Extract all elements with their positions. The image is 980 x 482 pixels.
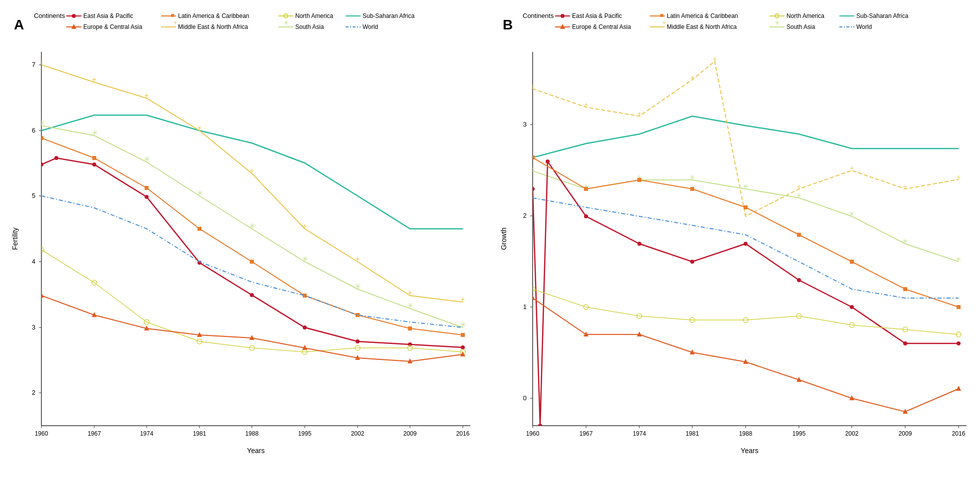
svg-text:+: + bbox=[903, 182, 907, 190]
svg-text:+: + bbox=[355, 255, 360, 263]
svg-rect-79 bbox=[197, 227, 201, 231]
svg-text:✳: ✳ bbox=[143, 155, 150, 163]
svg-text:1974: 1974 bbox=[140, 430, 153, 437]
svg-text:✳: ✳ bbox=[956, 255, 962, 263]
svg-text:+: + bbox=[530, 82, 534, 90]
chart-panel-b: B Continents East Asia & Pacific Latin A… bbox=[495, 7, 974, 476]
svg-rect-83 bbox=[408, 326, 412, 330]
chart-b-label: B bbox=[503, 17, 513, 32]
chart-b-y-label: Growth bbox=[500, 227, 508, 250]
svg-rect-77 bbox=[92, 156, 96, 160]
svg-text:2009: 2009 bbox=[898, 430, 912, 437]
svg-text:2016: 2016 bbox=[456, 430, 469, 437]
svg-text:+: + bbox=[712, 55, 716, 63]
svg-text:✳: ✳ bbox=[689, 173, 695, 181]
svg-text:2: 2 bbox=[523, 212, 526, 219]
svg-text:+: + bbox=[92, 75, 96, 84]
svg-text:✳: ✳ bbox=[248, 222, 255, 230]
chart-a-x-label: Years bbox=[247, 447, 264, 455]
svg-rect-193 bbox=[957, 305, 961, 309]
svg-text:Middle East & North Africa: Middle East & North Africa bbox=[667, 23, 737, 30]
svg-rect-186 bbox=[584, 187, 588, 191]
svg-text:✳: ✳ bbox=[301, 255, 308, 263]
svg-text:+: + bbox=[662, 19, 666, 26]
svg-text:✳: ✳ bbox=[902, 237, 908, 245]
svg-text:6: 6 bbox=[31, 127, 35, 134]
svg-text:1960: 1960 bbox=[34, 430, 48, 437]
svg-text:1981: 1981 bbox=[193, 430, 206, 437]
svg-text:✳: ✳ bbox=[38, 119, 44, 127]
svg-point-182 bbox=[850, 305, 854, 309]
svg-rect-191 bbox=[850, 260, 854, 264]
chart-a-label: A bbox=[14, 17, 24, 32]
svg-rect-188 bbox=[690, 187, 694, 191]
svg-text:1981: 1981 bbox=[685, 430, 699, 437]
svg-text:2: 2 bbox=[31, 389, 35, 396]
svg-rect-185 bbox=[531, 156, 535, 160]
svg-text:+: + bbox=[249, 166, 254, 175]
chart-panel-a: A Continents East Asia & Pacific Latin A… bbox=[6, 7, 485, 476]
svg-text:✳: ✳ bbox=[91, 129, 97, 137]
svg-point-71 bbox=[250, 293, 254, 297]
svg-text:Europe & Central Asia: Europe & Central Asia bbox=[572, 23, 631, 30]
svg-text:+: + bbox=[637, 110, 641, 118]
svg-point-75 bbox=[461, 345, 465, 349]
svg-text:1974: 1974 bbox=[632, 430, 646, 437]
svg-text:+: + bbox=[849, 164, 853, 172]
svg-rect-80 bbox=[250, 260, 254, 264]
svg-text:2002: 2002 bbox=[351, 430, 364, 437]
svg-point-178 bbox=[637, 242, 641, 246]
svg-text:+: + bbox=[174, 19, 177, 26]
svg-point-68 bbox=[92, 162, 96, 166]
svg-text:+: + bbox=[956, 173, 960, 181]
legend-a-title: Continents bbox=[34, 12, 65, 19]
svg-text:+: + bbox=[796, 182, 800, 190]
svg-text:1995: 1995 bbox=[792, 430, 805, 437]
svg-text:+: + bbox=[407, 289, 412, 297]
svg-text:+: + bbox=[197, 124, 201, 132]
svg-point-181 bbox=[797, 278, 801, 282]
svg-point-73 bbox=[356, 339, 360, 343]
svg-text:✳: ✳ bbox=[849, 210, 855, 218]
svg-text:0: 0 bbox=[523, 394, 526, 402]
svg-text:+: + bbox=[460, 295, 465, 304]
svg-rect-108 bbox=[660, 14, 663, 17]
svg-text:+: + bbox=[144, 91, 149, 100]
svg-text:✳: ✳ bbox=[796, 191, 802, 199]
svg-point-72 bbox=[303, 325, 307, 329]
chart-a-y-label: Fertility bbox=[11, 227, 19, 250]
legend-b-title: Continents bbox=[523, 12, 554, 19]
svg-point-174 bbox=[531, 187, 535, 191]
svg-rect-187 bbox=[637, 178, 641, 182]
svg-rect-189 bbox=[744, 205, 748, 209]
svg-text:+: + bbox=[302, 222, 307, 230]
svg-point-175 bbox=[538, 424, 542, 428]
svg-text:Sub-Saharan Africa: Sub-Saharan Africa bbox=[856, 12, 908, 19]
svg-point-69 bbox=[145, 195, 149, 199]
legend-a-mena: Middle East & North Africa bbox=[178, 23, 248, 30]
svg-text:2002: 2002 bbox=[845, 430, 858, 437]
svg-text:South Asia: South Asia bbox=[786, 23, 815, 30]
svg-text:✳: ✳ bbox=[743, 182, 749, 190]
svg-text:1988: 1988 bbox=[739, 430, 752, 437]
svg-rect-84 bbox=[461, 333, 465, 337]
svg-rect-15 bbox=[41, 52, 470, 426]
legend-a-subsaharan: Sub-Saharan Africa bbox=[363, 12, 414, 19]
svg-point-179 bbox=[690, 260, 694, 264]
svg-point-2 bbox=[72, 14, 76, 18]
svg-text:4: 4 bbox=[31, 258, 35, 265]
chart-b-svg: B Continents East Asia & Pacific Latin A… bbox=[495, 7, 980, 476]
chart-b-x-label: Years bbox=[741, 447, 758, 455]
svg-text:+: + bbox=[690, 73, 694, 81]
svg-text:1960: 1960 bbox=[526, 430, 539, 437]
svg-text:✳: ✳ bbox=[406, 302, 413, 310]
legend-a-east-asia: East Asia & Pacific bbox=[83, 12, 133, 19]
legend-a-europe: Europe & Central Asia bbox=[83, 23, 142, 30]
svg-rect-76 bbox=[39, 136, 43, 140]
svg-text:World: World bbox=[856, 23, 872, 30]
svg-point-180 bbox=[744, 242, 748, 246]
svg-point-184 bbox=[957, 341, 961, 345]
svg-point-105 bbox=[561, 14, 565, 18]
legend-a-latin: Latin America & Caribbean bbox=[178, 12, 249, 19]
svg-text:North America: North America bbox=[786, 12, 824, 19]
